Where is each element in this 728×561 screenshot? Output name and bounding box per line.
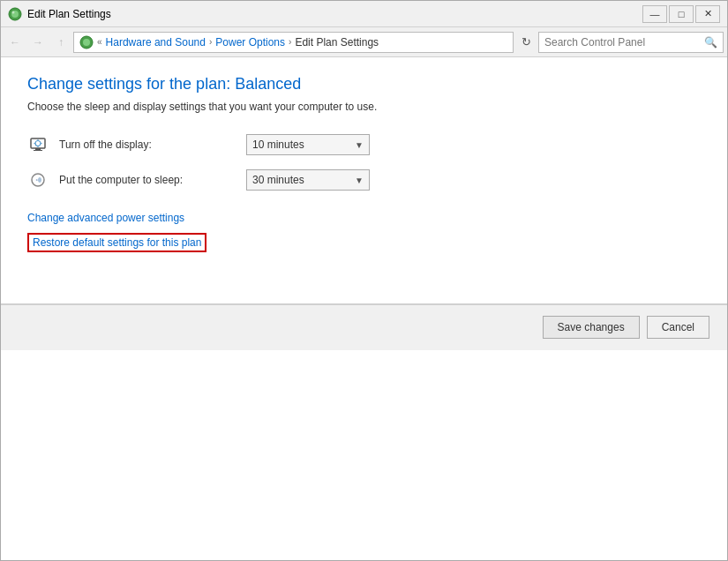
breadcrumb-arrow-1: › bbox=[209, 37, 212, 47]
sleep-icon bbox=[27, 169, 49, 191]
svg-point-2 bbox=[12, 11, 15, 13]
sleep-setting-row: Put the computer to sleep: 30 minutes ▼ bbox=[27, 169, 701, 191]
empty-area bbox=[1, 350, 727, 561]
breadcrumb-sep-prefix: « bbox=[97, 37, 102, 47]
display-dropdown-arrow: ▼ bbox=[355, 140, 364, 150]
sleep-dropdown-arrow: ▼ bbox=[355, 176, 364, 185]
breadcrumb-icon bbox=[79, 35, 94, 49]
button-bar: Save changes Cancel bbox=[1, 304, 727, 350]
main-content: Change settings for the plan: Balanced C… bbox=[1, 57, 727, 560]
content-area: Change settings for the plan: Balanced C… bbox=[1, 57, 727, 304]
title-bar: Edit Plan Settings — □ ✕ bbox=[1, 1, 727, 27]
display-label: Turn off the display: bbox=[59, 138, 236, 151]
search-box: 🔍 bbox=[538, 32, 724, 53]
refresh-button[interactable]: ↻ bbox=[515, 32, 537, 53]
sleep-value: 30 minutes bbox=[252, 174, 304, 186]
breadcrumb-current-page: Edit Plan Settings bbox=[295, 36, 379, 49]
restore-defaults-link[interactable]: Restore default settings for this plan bbox=[33, 236, 201, 249]
restore-link-wrapper: Restore default settings for this plan bbox=[27, 233, 206, 252]
svg-rect-7 bbox=[34, 150, 42, 151]
display-value: 10 minutes bbox=[252, 138, 304, 151]
svg-point-4 bbox=[83, 39, 90, 46]
plan-title: Change settings for the plan: Balanced bbox=[27, 75, 701, 94]
cancel-button[interactable]: Cancel bbox=[647, 316, 709, 339]
back-button[interactable]: ← bbox=[4, 32, 26, 53]
breadcrumb-arrow-2: › bbox=[289, 37, 291, 47]
nav-bar: ← → ↑ « Hardware and Sound › Power Optio… bbox=[1, 27, 727, 57]
plan-subtitle: Choose the sleep and display settings th… bbox=[27, 101, 701, 113]
sleep-label: Put the computer to sleep: bbox=[59, 174, 236, 186]
sleep-dropdown[interactable]: 30 minutes ▼ bbox=[246, 169, 370, 191]
main-window: Edit Plan Settings — □ ✕ ← → ↑ « Hardwar… bbox=[0, 0, 728, 561]
maximize-button[interactable]: □ bbox=[669, 5, 694, 23]
svg-rect-6 bbox=[35, 148, 41, 150]
forward-button[interactable]: → bbox=[27, 32, 49, 53]
save-changes-button[interactable]: Save changes bbox=[543, 316, 640, 339]
window-controls: — □ ✕ bbox=[642, 5, 720, 23]
up-button[interactable]: ↑ bbox=[50, 32, 71, 53]
display-dropdown[interactable]: 10 minutes ▼ bbox=[246, 134, 370, 155]
display-setting-row: Turn off the display: 10 minutes ▼ bbox=[27, 134, 701, 155]
search-input[interactable] bbox=[544, 36, 701, 49]
window-icon bbox=[8, 7, 22, 21]
advanced-power-settings-link[interactable]: Change advanced power settings bbox=[27, 212, 701, 224]
svg-point-8 bbox=[35, 141, 41, 146]
breadcrumb: « Hardware and Sound › Power Options › E… bbox=[73, 32, 514, 53]
minimize-button[interactable]: — bbox=[642, 5, 667, 23]
close-button[interactable]: ✕ bbox=[695, 5, 720, 23]
breadcrumb-hardware-sound[interactable]: Hardware and Sound bbox=[106, 36, 206, 49]
links-section: Change advanced power settings Restore d… bbox=[27, 212, 701, 252]
display-icon bbox=[27, 134, 49, 155]
window-title: Edit Plan Settings bbox=[27, 8, 642, 20]
breadcrumb-power-options[interactable]: Power Options bbox=[215, 36, 285, 49]
search-icon: 🔍 bbox=[704, 36, 717, 49]
